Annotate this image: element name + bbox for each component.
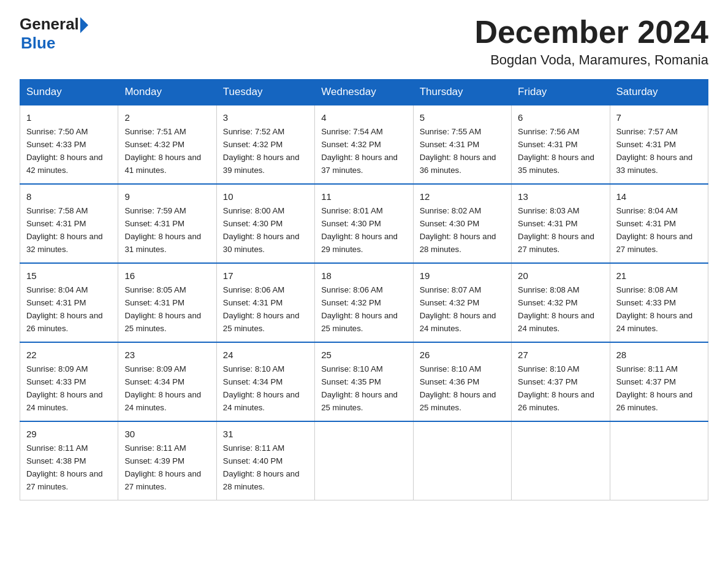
day-info: Sunrise: 8:09 AMSunset: 4:34 PMDaylight:…	[124, 364, 201, 412]
day-info: Sunrise: 8:10 AMSunset: 4:36 PMDaylight:…	[420, 364, 496, 412]
table-row: 20Sunrise: 8:08 AMSunset: 4:32 PMDayligh…	[512, 263, 610, 342]
day-number: 27	[518, 348, 603, 362]
table-row: 24Sunrise: 8:10 AMSunset: 4:34 PMDayligh…	[216, 342, 314, 421]
day-number: 3	[223, 110, 308, 124]
day-info: Sunrise: 7:54 AMSunset: 4:32 PMDaylight:…	[321, 127, 398, 175]
day-info: Sunrise: 8:04 AMSunset: 4:31 PMDaylight:…	[26, 285, 103, 333]
table-row: 1Sunrise: 7:50 AMSunset: 4:33 PMDaylight…	[20, 105, 118, 184]
day-number: 12	[420, 190, 505, 204]
day-info: Sunrise: 7:50 AMSunset: 4:33 PMDaylight:…	[26, 127, 103, 175]
table-row: 11Sunrise: 8:01 AMSunset: 4:30 PMDayligh…	[315, 184, 413, 263]
table-row: 15Sunrise: 8:04 AMSunset: 4:31 PMDayligh…	[20, 263, 118, 342]
day-info: Sunrise: 8:03 AMSunset: 4:31 PMDaylight:…	[518, 206, 594, 254]
location-title: Bogdan Voda, Maramures, Romania	[474, 52, 708, 68]
table-row: 19Sunrise: 8:07 AMSunset: 4:32 PMDayligh…	[413, 263, 511, 342]
day-number: 4	[321, 110, 406, 124]
table-row	[610, 421, 708, 500]
header-monday: Monday	[118, 80, 216, 105]
day-number: 30	[124, 427, 210, 441]
day-info: Sunrise: 8:00 AMSunset: 4:30 PMDaylight:…	[223, 206, 300, 254]
day-number: 19	[420, 269, 505, 283]
table-row	[315, 421, 413, 500]
table-row: 16Sunrise: 8:05 AMSunset: 4:31 PMDayligh…	[118, 263, 216, 342]
calendar-week-row: 15Sunrise: 8:04 AMSunset: 4:31 PMDayligh…	[20, 263, 708, 342]
day-info: Sunrise: 8:01 AMSunset: 4:30 PMDaylight:…	[321, 206, 398, 254]
table-row: 31Sunrise: 8:11 AMSunset: 4:40 PMDayligh…	[216, 421, 314, 500]
day-number: 16	[124, 269, 210, 283]
title-area: December 2024 Bogdan Voda, Maramures, Ro…	[474, 15, 708, 68]
day-info: Sunrise: 7:57 AMSunset: 4:31 PMDaylight:…	[616, 127, 693, 175]
day-number: 14	[616, 190, 702, 204]
table-row: 29Sunrise: 8:11 AMSunset: 4:38 PMDayligh…	[20, 421, 118, 500]
day-number: 22	[26, 348, 112, 362]
table-row: 28Sunrise: 8:11 AMSunset: 4:37 PMDayligh…	[610, 342, 708, 421]
day-number: 18	[321, 269, 406, 283]
day-info: Sunrise: 8:07 AMSunset: 4:32 PMDaylight:…	[420, 285, 496, 333]
logo-general-text: General	[20, 15, 79, 34]
logo-arrow-icon	[80, 17, 88, 33]
table-row	[512, 421, 610, 500]
header-sunday: Sunday	[20, 80, 118, 105]
day-number: 20	[518, 269, 603, 283]
header-thursday: Thursday	[413, 80, 511, 105]
day-info: Sunrise: 8:10 AMSunset: 4:37 PMDaylight:…	[518, 364, 594, 412]
day-number: 25	[321, 348, 406, 362]
table-row: 5Sunrise: 7:55 AMSunset: 4:31 PMDaylight…	[413, 105, 511, 184]
day-number: 26	[420, 348, 505, 362]
table-row: 2Sunrise: 7:51 AMSunset: 4:32 PMDaylight…	[118, 105, 216, 184]
calendar-week-row: 8Sunrise: 7:58 AMSunset: 4:31 PMDaylight…	[20, 184, 708, 263]
day-info: Sunrise: 8:08 AMSunset: 4:33 PMDaylight:…	[616, 285, 693, 333]
calendar-week-row: 22Sunrise: 8:09 AMSunset: 4:33 PMDayligh…	[20, 342, 708, 421]
calendar-week-row: 1Sunrise: 7:50 AMSunset: 4:33 PMDaylight…	[20, 105, 708, 184]
month-title: December 2024	[474, 15, 708, 50]
table-row: 9Sunrise: 7:59 AMSunset: 4:31 PMDaylight…	[118, 184, 216, 263]
day-number: 6	[518, 110, 603, 124]
table-row: 12Sunrise: 8:02 AMSunset: 4:30 PMDayligh…	[413, 184, 511, 263]
day-number: 10	[223, 190, 308, 204]
table-row: 10Sunrise: 8:00 AMSunset: 4:30 PMDayligh…	[216, 184, 314, 263]
day-number: 2	[124, 110, 210, 124]
calendar-table: Sunday Monday Tuesday Wednesday Thursday…	[20, 79, 708, 500]
header-saturday: Saturday	[610, 80, 708, 105]
table-row: 14Sunrise: 8:04 AMSunset: 4:31 PMDayligh…	[610, 184, 708, 263]
table-row: 25Sunrise: 8:10 AMSunset: 4:35 PMDayligh…	[315, 342, 413, 421]
table-row: 21Sunrise: 8:08 AMSunset: 4:33 PMDayligh…	[610, 263, 708, 342]
day-number: 31	[223, 427, 308, 441]
table-row: 7Sunrise: 7:57 AMSunset: 4:31 PMDaylight…	[610, 105, 708, 184]
table-row: 30Sunrise: 8:11 AMSunset: 4:39 PMDayligh…	[118, 421, 216, 500]
calendar-header-row: Sunday Monday Tuesday Wednesday Thursday…	[20, 80, 708, 105]
day-number: 11	[321, 190, 406, 204]
table-row: 18Sunrise: 8:06 AMSunset: 4:32 PMDayligh…	[315, 263, 413, 342]
day-info: Sunrise: 8:06 AMSunset: 4:32 PMDaylight:…	[321, 285, 398, 333]
calendar-week-row: 29Sunrise: 8:11 AMSunset: 4:38 PMDayligh…	[20, 421, 708, 500]
day-number: 1	[26, 110, 112, 124]
day-number: 23	[124, 348, 210, 362]
day-info: Sunrise: 8:09 AMSunset: 4:33 PMDaylight:…	[26, 364, 103, 412]
day-info: Sunrise: 8:05 AMSunset: 4:31 PMDaylight:…	[124, 285, 201, 333]
day-info: Sunrise: 8:11 AMSunset: 4:38 PMDaylight:…	[26, 443, 103, 491]
day-info: Sunrise: 7:58 AMSunset: 4:31 PMDaylight:…	[26, 206, 103, 254]
day-info: Sunrise: 8:10 AMSunset: 4:35 PMDaylight:…	[321, 364, 398, 412]
day-number: 29	[26, 427, 112, 441]
table-row: 23Sunrise: 8:09 AMSunset: 4:34 PMDayligh…	[118, 342, 216, 421]
header: General Blue December 2024 Bogdan Voda, …	[20, 15, 708, 68]
day-info: Sunrise: 8:11 AMSunset: 4:37 PMDaylight:…	[616, 364, 693, 412]
day-info: Sunrise: 8:11 AMSunset: 4:40 PMDaylight:…	[223, 443, 300, 491]
day-number: 13	[518, 190, 603, 204]
day-number: 21	[616, 269, 702, 283]
day-number: 7	[616, 110, 702, 124]
logo-blue-text: Blue	[21, 34, 88, 53]
day-number: 9	[124, 190, 210, 204]
table-row: 3Sunrise: 7:52 AMSunset: 4:32 PMDaylight…	[216, 105, 314, 184]
table-row: 27Sunrise: 8:10 AMSunset: 4:37 PMDayligh…	[512, 342, 610, 421]
day-info: Sunrise: 8:04 AMSunset: 4:31 PMDaylight:…	[616, 206, 693, 254]
logo: General Blue	[20, 15, 88, 53]
table-row: 22Sunrise: 8:09 AMSunset: 4:33 PMDayligh…	[20, 342, 118, 421]
table-row: 4Sunrise: 7:54 AMSunset: 4:32 PMDaylight…	[315, 105, 413, 184]
table-row: 13Sunrise: 8:03 AMSunset: 4:31 PMDayligh…	[512, 184, 610, 263]
header-wednesday: Wednesday	[315, 80, 413, 105]
table-row: 17Sunrise: 8:06 AMSunset: 4:31 PMDayligh…	[216, 263, 314, 342]
day-number: 15	[26, 269, 112, 283]
day-number: 8	[26, 190, 112, 204]
header-friday: Friday	[512, 80, 610, 105]
